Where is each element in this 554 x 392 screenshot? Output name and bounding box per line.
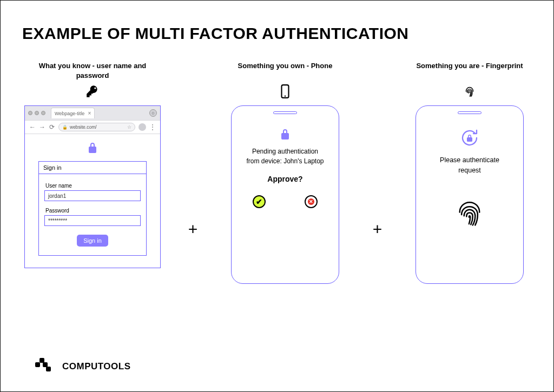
traffic-light-icon [28, 111, 32, 115]
fingerprint-icon [464, 84, 475, 99]
refresh-lock-icon [459, 127, 480, 151]
close-tab-icon[interactable]: × [88, 110, 91, 116]
address-bar[interactable]: 🔒 website.com/ ☆ [58, 123, 135, 131]
page-title: EXAMPLE OF MULTI FACTOR AUTHENTICATION [22, 24, 532, 43]
svg-rect-3 [39, 358, 44, 363]
pending-line2: from device: John's Laptop [246, 157, 324, 165]
brand-footer: COMPUTOOLS [35, 357, 131, 376]
pending-line1: Pending authentication [252, 148, 318, 155]
factor-are: Something you are - Fingerprint [407, 61, 532, 284]
auth-line2: request [458, 167, 481, 174]
factor-own-caption: Something you own - Phone [238, 61, 333, 81]
back-icon[interactable]: ← [29, 123, 36, 131]
reload-icon[interactable]: ⟳ [49, 123, 55, 131]
close-icon: ✕ [308, 198, 314, 205]
traffic-light-icon [41, 111, 45, 115]
approve-button[interactable]: ✔ [253, 195, 266, 208]
phone-speaker-icon [458, 111, 482, 114]
secure-lock-icon: 🔒 [62, 125, 68, 130]
authenticate-message: Please authenticate request [440, 155, 499, 176]
phone-approval: Pending authentication from device: John… [231, 105, 339, 284]
deny-button[interactable]: ✕ [305, 195, 318, 208]
signin-header: Sign in [39, 162, 146, 174]
factor-are-caption: Something you are - Fingerprint [416, 61, 523, 81]
signin-card: Sign in User name jordan1 Password *****… [38, 161, 147, 256]
url-text: website.com/ [70, 124, 97, 130]
traffic-light-icon [35, 111, 39, 115]
username-label: User name [45, 183, 141, 189]
profile-avatar-icon[interactable] [138, 123, 146, 131]
key-icon [85, 84, 100, 99]
diagram-canvas: EXAMPLE OF MULTI FACTOR AUTHENTICATION W… [0, 0, 554, 392]
browser-toolbar: ← → ⟳ 🔒 website.com/ ☆ ⋮ [25, 120, 160, 134]
lock-icon [86, 142, 99, 157]
brand-name: COMPUTOOLS [62, 361, 131, 372]
phone-biometric: Please authenticate request [416, 105, 524, 284]
username-input[interactable]: jordan1 [44, 190, 141, 201]
factors-row: What you know - user name and password W… [22, 61, 532, 284]
plus-separator: + [373, 220, 382, 238]
password-input[interactable]: ********* [44, 215, 141, 226]
phone-speaker-icon [273, 111, 297, 114]
signin-button[interactable]: Sign in [77, 235, 108, 247]
factor-know-caption: What you know - user name and password [22, 61, 163, 81]
password-label: Password [45, 208, 141, 214]
browser-tab[interactable]: Webpage-title × [51, 108, 95, 118]
fingerprint-scan-icon[interactable] [454, 197, 485, 234]
factor-own: Something you own - Phone Pending authen… [223, 61, 347, 284]
phone-icon [280, 84, 290, 99]
menu-kebab-icon[interactable]: ⋮ [149, 123, 156, 131]
auth-line1: Please authenticate [440, 156, 499, 164]
brand-logo-icon [35, 357, 55, 376]
svg-rect-2 [35, 362, 40, 367]
new-tab-icon[interactable]: ○ [149, 109, 157, 117]
browser-window: Webpage-title × ○ ← → ⟳ 🔒 website.com/ ☆ [24, 105, 161, 268]
svg-rect-5 [46, 367, 51, 371]
lock-icon [279, 128, 292, 143]
tab-title: Webpage-title [55, 111, 84, 116]
browser-tab-strip: Webpage-title × ○ [25, 106, 160, 120]
browser-content: Sign in User name jordan1 Password *****… [25, 134, 160, 268]
forward-icon[interactable]: → [39, 123, 45, 131]
plus-separator: + [188, 220, 198, 238]
bookmark-star-icon[interactable]: ☆ [127, 124, 131, 130]
approve-label: Approve? [267, 175, 302, 183]
pending-text: Pending authentication from device: John… [246, 147, 324, 166]
factor-know: What you know - user name and password W… [22, 61, 163, 268]
check-icon: ✔ [256, 197, 262, 206]
svg-rect-4 [43, 362, 48, 367]
